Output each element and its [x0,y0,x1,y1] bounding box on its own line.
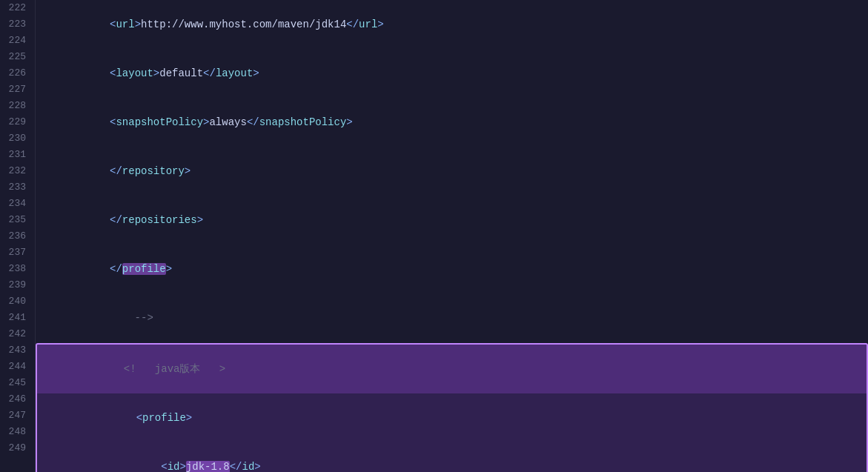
code-line-231: <id>jdk-1.8</id> [37,442,867,472]
line-num-244: 244 [6,359,26,375]
line-num-231: 231 [6,147,26,163]
line-num-230: 230 [6,130,26,147]
code-line-226: </repositories> [36,196,868,245]
code-line-227: </profile> [36,245,868,293]
line-num-247: 247 [6,408,26,424]
line-num-249: 249 [6,440,26,456]
code-content-area[interactable]: <url>http://www.myhost.com/maven/jdk14</… [36,0,868,472]
line-num-248: 248 [6,424,26,440]
line-num-224: 224 [6,33,26,49]
code-line-223: <layout>default</layout> [36,49,868,98]
line-num-223: 223 [6,16,26,33]
code-line-230: <profile> [37,393,867,442]
code-line-228: --> [36,293,868,342]
line-num-227: 227 [6,82,26,98]
line-num-238: 238 [6,261,26,277]
line-num-222: 222 [6,0,26,16]
line-num-242: 242 [6,326,26,342]
line-num-243: 243 [6,342,26,359]
line-num-237: 237 [6,245,26,261]
line-num-228: 228 [6,98,26,114]
code-editor: 222 223 224 225 226 227 228 229 230 231 … [0,0,868,472]
line-num-234: 234 [6,196,26,212]
line-num-236: 236 [6,228,26,245]
code-line-225: </repository> [36,147,868,196]
code-line-229: <! java版本 > [37,345,867,393]
line-num-232: 232 [6,163,26,179]
line-num-239: 239 [6,277,26,293]
line-number-gutter: 222 223 224 225 226 227 228 229 230 231 … [0,0,36,472]
line-num-240: 240 [6,293,26,310]
line-num-235: 235 [6,212,26,228]
line-num-233: 233 [6,179,26,196]
line-num-225: 225 [6,49,26,65]
line-num-245: 245 [6,375,26,391]
code-lines: <url>http://www.myhost.com/maven/jdk14</… [36,0,868,472]
line-num-241: 241 [6,310,26,326]
line-num-246: 246 [6,391,26,408]
code-line-222: <url>http://www.myhost.com/maven/jdk14</… [36,0,868,49]
line-num-226: 226 [6,65,26,82]
code-line-224: <snapshotPolicy>always</snapshotPolicy> [36,98,868,147]
line-num-229: 229 [6,114,26,130]
